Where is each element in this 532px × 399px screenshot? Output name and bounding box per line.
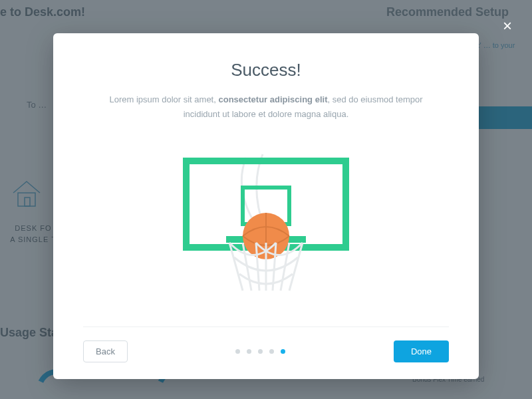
- modal-title: Success!: [83, 60, 449, 80]
- modal-footer: Back Done: [83, 327, 449, 362]
- step-dots: [235, 349, 285, 354]
- back-button[interactable]: Back: [83, 340, 128, 362]
- step-dot-active[interactable]: [281, 349, 285, 354]
- basketball-hoop-illustration: [83, 128, 449, 327]
- done-button[interactable]: Done: [394, 340, 449, 362]
- step-dot[interactable]: [258, 349, 263, 354]
- close-icon[interactable]: ×: [503, 17, 512, 35]
- modal-description: Lorem ipsum dolor sit amet, consectetur …: [100, 92, 432, 122]
- success-modal: Success! Lorem ipsum dolor sit amet, con…: [53, 33, 479, 379]
- step-dot[interactable]: [235, 349, 240, 354]
- step-dot[interactable]: [269, 349, 274, 354]
- step-dot[interactable]: [247, 349, 251, 354]
